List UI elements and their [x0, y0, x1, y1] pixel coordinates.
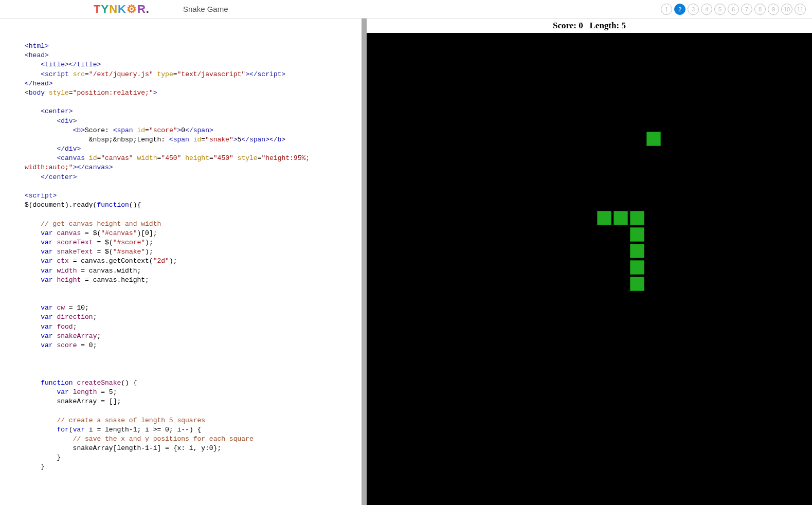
- snake-segment: [597, 211, 611, 225]
- code-editor[interactable]: <html> <head> <title></title> <script sr…: [0, 19, 362, 505]
- snake-segment: [630, 227, 644, 242]
- step-4[interactable]: 4: [701, 4, 712, 15]
- snake-segment: [613, 211, 628, 225]
- snake-segment: [630, 244, 644, 258]
- step-3[interactable]: 3: [688, 4, 699, 15]
- step-6[interactable]: 6: [728, 4, 739, 15]
- step-nav: 1234567891011: [661, 4, 806, 15]
- game-canvas[interactable]: [367, 33, 812, 505]
- main: <html> <head> <title></title> <script sr…: [0, 19, 812, 505]
- score-value: 0: [579, 21, 583, 30]
- game-status: Score: 0 Length: 5: [553, 19, 626, 33]
- panel-divider[interactable]: [362, 19, 367, 505]
- tynker-logo[interactable]: TYNK⚙R.: [94, 3, 150, 16]
- step-7[interactable]: 7: [741, 4, 752, 15]
- step-5[interactable]: 5: [714, 4, 726, 15]
- step-11[interactable]: 11: [795, 4, 806, 15]
- step-10[interactable]: 10: [781, 4, 792, 15]
- header: TYNK⚙R. Snake Game 1234567891011: [0, 0, 812, 19]
- step-2[interactable]: 2: [674, 4, 685, 15]
- food: [646, 132, 661, 146]
- length-label: Length:: [590, 21, 620, 30]
- score-label: Score:: [553, 21, 576, 30]
- page-title: Snake Game: [183, 5, 228, 13]
- step-1[interactable]: 1: [661, 4, 672, 15]
- step-9[interactable]: 9: [768, 4, 779, 15]
- length-value: 5: [621, 21, 626, 30]
- game-preview: Score: 0 Length: 5: [367, 19, 812, 505]
- snake-segment: [630, 277, 644, 291]
- snake-segment: [630, 211, 644, 225]
- code-content[interactable]: <html> <head> <title></title> <script sr…: [25, 42, 362, 505]
- step-8[interactable]: 8: [754, 4, 766, 15]
- snake-segment: [630, 260, 644, 275]
